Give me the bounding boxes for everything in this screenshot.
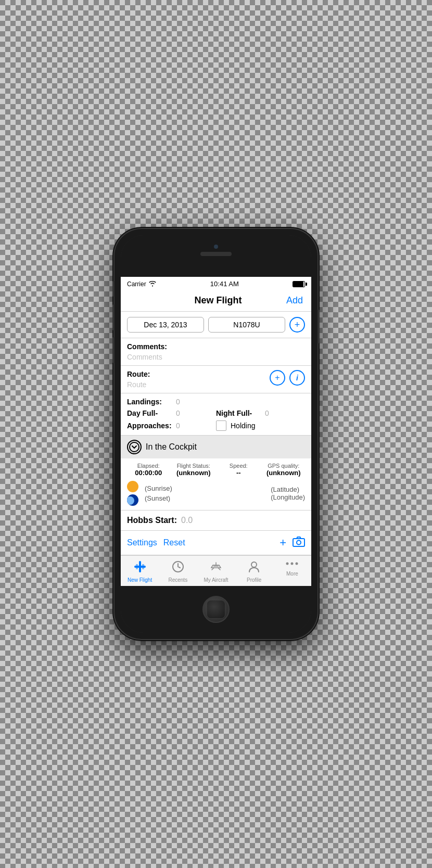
approaches-value[interactable]: 0 [176,422,180,430]
elapsed-label: Elapsed: [127,463,170,469]
nav-bar: New Flight Add [121,291,311,312]
profile-icon [247,560,261,576]
camera-button[interactable] [293,537,305,550]
sun-labels: (Sunrise) (Sunset) [145,484,172,502]
tab-bar: New Flight Recents [121,555,311,586]
profile-tab-label: Profile [247,577,261,583]
night-full-value[interactable]: 0 [265,409,269,417]
gps-quality-value: (unknown) [262,469,306,477]
hobbs-section: Hobbs Start: 0.0 [121,510,311,531]
holding-label: Holding [231,422,255,430]
svg-rect-6 [142,564,144,569]
day-full-section: Day Full- 0 [127,409,216,417]
comments-label: Comments: [127,342,305,351]
night-full-section: Night Full- 0 [216,409,305,417]
route-icons: + i [270,370,305,386]
status-left: Carrier [127,280,157,288]
flight-status-value: (unknown) [172,469,215,477]
add-aircraft-button[interactable]: + [289,317,305,333]
date-aircraft-row: Dec 13, 2013 N1078U + [121,312,311,338]
day-full-value[interactable]: 0 [176,409,180,417]
holding-section: Holding [216,420,305,431]
speaker [200,252,232,256]
svg-point-10 [291,563,294,565]
approaches-section: Approaches: 0 [127,422,216,430]
top-bezel [121,235,311,277]
home-button[interactable] [202,596,230,623]
recents-icon [171,560,185,576]
date-picker-button[interactable]: Dec 13, 2013 [127,317,204,333]
more-tab-label: More [286,571,298,577]
tab-more[interactable]: More [273,559,311,584]
comments-section: Comments: Comments [121,338,311,366]
home-button-inner [207,600,225,619]
elapsed-value: 00:00:00 [127,469,170,477]
svg-point-9 [286,563,289,565]
tab-new-flight[interactable]: New Flight [121,559,159,584]
sunrise-label: (Sunrise) [145,484,172,492]
front-camera [214,245,218,249]
action-icons: + [279,536,305,550]
battery-icon [293,281,305,287]
more-icon [285,560,299,569]
sunset-label: (Sunset) [145,494,172,502]
holding-checkbox[interactable] [216,420,226,431]
landings-value[interactable]: 0 [176,398,180,406]
route-input[interactable]: Route [127,379,270,390]
tab-profile[interactable]: Profile [235,559,273,584]
add-route-button[interactable]: + [270,370,285,386]
route-info-button[interactable]: i [289,370,305,386]
approaches-label: Approaches: [127,422,174,430]
cockpit-toggle-icon[interactable] [127,440,142,454]
svg-rect-1 [293,539,304,546]
bottom-actions: Settings Reset + [121,531,311,555]
cockpit-section-header: In the Cockpit [121,436,311,458]
screen: Carrier 10:41 AM [121,277,311,586]
my-aircraft-icon [209,560,223,576]
svg-point-8 [251,562,257,567]
gps-quality-label: GPS quality: [262,463,306,469]
approaches-holding-row: Approaches: 0 Holding [127,420,305,431]
svg-point-2 [297,540,301,544]
comments-input[interactable]: Comments [127,352,305,362]
recents-tab-label: Recents [168,577,187,583]
sunrise-icon [127,481,138,492]
plus-icon: + [295,320,300,329]
wifi-icon [148,280,157,288]
svg-point-0 [130,442,139,452]
cockpit-title: In the Cockpit [146,442,197,452]
route-left: Route: Route [127,370,270,390]
settings-button[interactable]: Settings [127,538,157,547]
latitude-label: (Latitude) [271,486,305,493]
flight-status-label: Flight Status: [172,463,215,469]
flight-data-grid: Elapsed: 00:00:00 Flight Status: (unknow… [127,463,305,477]
new-flight-tab-label: New Flight [128,577,152,583]
new-flight-icon [133,560,147,576]
gps-quality-cell: GPS quality: (unknown) [262,463,306,477]
landings-row: Landings: 0 [127,398,305,406]
mute-button[interactable] [112,281,115,297]
stats-section: Landings: 0 Day Full- 0 Night Full- 0 [121,393,311,436]
hobbs-label: Hobbs Start: [127,516,177,525]
night-full-label: Night Full- [216,409,263,417]
reset-button[interactable]: Reset [163,538,185,547]
bottom-bezel [121,586,311,633]
volume-up-button[interactable] [112,304,115,330]
flight-status-cell: Flight Status: (unknown) [172,463,215,477]
aircraft-selector-button[interactable]: N1078U [208,317,285,333]
tab-recents[interactable]: Recents [159,559,197,584]
status-time: 10:41 AM [210,280,239,288]
tab-my-aircraft[interactable]: My Aircraft [197,559,235,584]
carrier-label: Carrier [127,280,146,288]
elapsed-cell: Elapsed: 00:00:00 [127,463,170,477]
status-right [293,281,305,287]
sun-location-row: (Sunrise) (Sunset) (Latitude) (Longitude… [127,481,305,506]
page-title: New Flight [194,295,242,306]
power-button[interactable] [317,310,320,343]
sunset-icon [127,494,138,506]
add-button[interactable]: Add [286,295,303,306]
add-item-button[interactable]: + [279,536,286,550]
route-label: Route: [127,370,270,378]
hobbs-value[interactable]: 0.0 [181,516,193,525]
volume-down-button[interactable] [112,337,115,363]
